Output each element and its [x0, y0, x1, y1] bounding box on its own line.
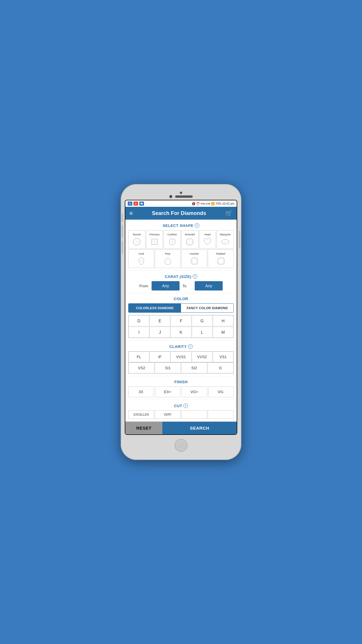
clarity-VVS1[interactable]: VVS1: [171, 351, 191, 362]
shape-section-title: SELECT SHAPE ?: [128, 223, 234, 228]
clarity-IF[interactable]: IF: [150, 351, 170, 362]
tab-fancy-color-diamond[interactable]: FANCY COLOR DIAMOND: [181, 304, 233, 312]
carat-to-label: To: [182, 284, 192, 288]
marquise-shape-svg: [221, 237, 230, 246]
search-button[interactable]: SEARCH: [162, 422, 237, 434]
clarity-grid: FL IF VVS1 VVS2 VS1 VS2 SI1 SI2 I1: [128, 351, 234, 374]
color-section-title: COLOR: [128, 297, 234, 301]
radiant-shape-svg: [216, 256, 226, 266]
emerald-shape-svg: [185, 237, 194, 246]
carat-to-button[interactable]: Any: [195, 281, 223, 290]
cart-icon[interactable]: 🛒: [225, 210, 233, 217]
status-right-info: 🔇 ⏰ VOo LTE 📶 70% 10:42 am: [192, 202, 234, 205]
cut-help-icon[interactable]: ?: [183, 403, 188, 408]
carat-help-icon[interactable]: ?: [193, 274, 197, 279]
cut-section-title: CUT ?: [128, 403, 234, 408]
clarity-VS1[interactable]: VS1: [213, 351, 233, 362]
shape-cushion[interactable]: Cushion: [164, 230, 181, 249]
princess-shape-svg: [150, 237, 159, 246]
pear-shape-svg: [163, 256, 173, 266]
status-left-icons: G C 💬 ·: [128, 202, 146, 206]
color-K[interactable]: K: [171, 327, 191, 338]
color-J[interactable]: J: [150, 327, 170, 338]
color-L[interactable]: L: [192, 327, 212, 338]
volume-up-button[interactable]: [122, 225, 123, 238]
cut-excellent[interactable]: EXCELLEN: [128, 410, 154, 419]
shape-emerald[interactable]: Emerald: [181, 230, 198, 249]
shape-round[interactable]: Round: [128, 230, 145, 249]
carat-from-button[interactable]: Any: [152, 281, 180, 290]
shape-grid-row1: Round Princess: [128, 230, 234, 249]
asscher-shape-svg: [190, 256, 199, 266]
clarity-row2: VS2 SI1 SI2 I1: [128, 363, 234, 374]
phone-bottom: [125, 435, 237, 455]
clarity-help-icon[interactable]: ?: [188, 344, 193, 349]
clarity-VVS2[interactable]: VVS2: [192, 351, 212, 362]
clarity-section-title: CLARITY ?: [128, 344, 234, 349]
oval-shape-svg: [137, 256, 146, 266]
color-E[interactable]: E: [150, 315, 170, 326]
volume-silent-button[interactable]: [122, 213, 123, 222]
volume-down-button[interactable]: [122, 241, 123, 254]
clarity-section: CLARITY ? FL IF VVS1 VVS2 VS1 VS2 SI1 SI…: [125, 341, 237, 376]
speaker: [175, 195, 193, 198]
color-I[interactable]: I: [129, 327, 149, 338]
chat-icon: 💬: [139, 202, 144, 206]
shape-oval[interactable]: Oval: [128, 249, 154, 268]
main-content: SELECT SHAPE ? Round: [125, 220, 237, 434]
cut-row: EXCELLEN VERY: [128, 410, 234, 419]
finish-VG-plus[interactable]: VG+: [182, 386, 207, 397]
clarity-SI2[interactable]: SI2: [181, 363, 207, 373]
app-header: ≡ Search For Diamonds 🛒: [125, 207, 237, 220]
color-F[interactable]: F: [171, 315, 191, 326]
cut-cell-3[interactable]: [181, 410, 207, 419]
phone-frame: G C 💬 · 🔇 ⏰ VOo LTE 📶 70% 10:42 am ≡ Sea…: [121, 184, 241, 460]
shape-heart[interactable]: Heart: [199, 230, 216, 249]
phone-top: [125, 189, 237, 200]
shape-help-icon[interactable]: ?: [195, 223, 199, 228]
cut-very[interactable]: VERY: [155, 410, 181, 419]
cut-section: CUT ? EXCELLEN VERY: [125, 400, 237, 421]
wifi-icon: 📶: [211, 202, 215, 205]
color-tabs: COLORLESS DIAMOND FANCY COLOR DIAMOND: [128, 303, 234, 313]
shape-princess[interactable]: Princess: [146, 230, 163, 249]
power-button[interactable]: [239, 231, 240, 248]
hamburger-menu-icon[interactable]: ≡: [129, 210, 133, 216]
svg-rect-17: [187, 240, 192, 244]
cut-cell-4[interactable]: [208, 410, 234, 419]
clarity-VS2[interactable]: VS2: [129, 363, 154, 373]
carat-section: CARAT (SIZE) ? From Any To Any: [125, 271, 237, 293]
finish-section-title: FINISH: [128, 380, 234, 384]
color-H[interactable]: H: [213, 315, 233, 326]
mute-icon: 🔇: [192, 202, 195, 205]
bottom-bar: RESET SEARCH: [125, 421, 237, 434]
page-title: Search For Diamonds: [152, 210, 206, 216]
shape-pear[interactable]: Pear: [155, 249, 181, 268]
shape-radiant[interactable]: Radiant: [208, 249, 234, 268]
reset-button[interactable]: RESET: [125, 422, 162, 434]
color-M[interactable]: M: [213, 327, 233, 338]
status-bar: G C 💬 · 🔇 ⏰ VOo LTE 📶 70% 10:42 am: [125, 200, 237, 207]
home-button[interactable]: [175, 439, 187, 452]
finish-EX-plus[interactable]: EX+: [155, 386, 181, 397]
shape-grid-row2: Oval Pear: [128, 249, 234, 268]
battery-percent: 70%: [215, 202, 221, 205]
shape-marquise[interactable]: Marquise: [217, 230, 234, 249]
camera-dot: [180, 192, 182, 194]
cushion-shape-svg: [168, 237, 177, 246]
time-display: 10:42 am: [222, 202, 234, 205]
clarity-FL[interactable]: FL: [129, 351, 149, 362]
color-D[interactable]: D: [129, 315, 149, 326]
heart-shape-svg: [203, 237, 212, 246]
finish-section: FINISH 3X EX+ VG+ VG-: [125, 376, 237, 400]
shape-asscher[interactable]: Asscher: [181, 249, 207, 268]
finish-VG-minus[interactable]: VG-: [208, 386, 234, 397]
speaker-area: [169, 195, 193, 198]
finish-3X[interactable]: 3X: [128, 386, 154, 397]
color-grid: D E F G H I J K L M: [128, 315, 234, 338]
tab-colorless-diamond[interactable]: COLORLESS DIAMOND: [129, 304, 181, 312]
phone-screen: G C 💬 · 🔇 ⏰ VOo LTE 📶 70% 10:42 am ≡ Sea…: [125, 200, 237, 435]
clarity-I1[interactable]: I1: [208, 363, 233, 373]
clarity-SI1[interactable]: SI1: [155, 363, 181, 373]
color-G[interactable]: G: [192, 315, 212, 326]
